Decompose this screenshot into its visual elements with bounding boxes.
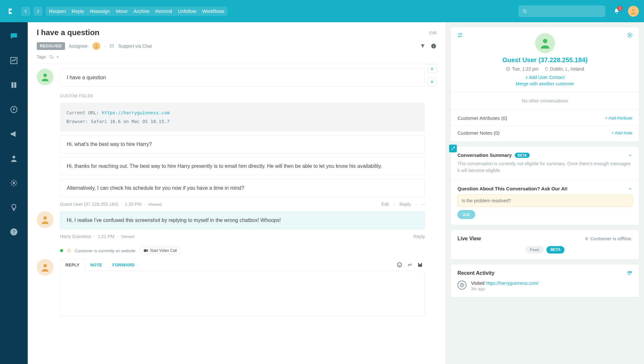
channel-icon [109, 44, 114, 48]
nav-settings[interactable] [8, 177, 19, 188]
peek-button[interactable]: Peek [525, 246, 544, 254]
recent-activity-title: Recent Activity [457, 270, 495, 276]
status-badge: RESOLVED [37, 42, 65, 50]
app-logo[interactable] [5, 5, 18, 18]
byline-reply[interactable]: Reply [413, 234, 425, 239]
assignee-label: Assignee: [69, 43, 89, 49]
nav-help[interactable]: ? [8, 226, 19, 237]
swap-icon[interactable] [457, 32, 463, 38]
refresh-activity[interactable] [627, 270, 632, 276]
add-note[interactable]: + Add Note [611, 130, 632, 135]
bulb-icon [10, 203, 18, 212]
search-input[interactable] [518, 5, 605, 17]
globe-icon [457, 281, 466, 290]
tag-icon [49, 55, 54, 59]
tab-reply[interactable]: REPLY [60, 259, 85, 271]
profile-settings[interactable] [627, 32, 633, 38]
add-tag[interactable]: + [56, 54, 59, 59]
no-other-conversations: No other conversations [457, 98, 632, 103]
megaphone-icon [10, 130, 18, 138]
summary-title: Conversation Summary [457, 152, 512, 158]
nav-back[interactable] [21, 7, 30, 16]
nav-people[interactable] [8, 153, 19, 164]
current-url-link[interactable]: https://harryguinness.com [102, 110, 170, 115]
action-move[interactable]: Move [116, 8, 128, 14]
svg-point-18 [397, 263, 402, 267]
analytics-icon [10, 56, 18, 65]
collapse-summary[interactable] [628, 153, 632, 158]
nav-explore[interactable] [8, 104, 19, 115]
scroll-top[interactable] [428, 64, 437, 73]
nav-analytics[interactable] [8, 55, 19, 66]
tab-forward[interactable]: FORWARD [107, 259, 140, 271]
action-reopen[interactable]: Reopen [49, 8, 66, 14]
action-remind[interactable]: Remind [155, 8, 172, 14]
customer-notes-label: Customer Notes (0) [457, 130, 500, 136]
nav-ideas[interactable] [8, 202, 19, 213]
ai-card: Conversation Summary BETA This conversat… [451, 147, 639, 225]
action-workflows[interactable]: Workflows [202, 8, 224, 14]
scroll-bottom[interactable] [428, 78, 437, 87]
activity-visited-url[interactable]: https://harryguinness.com/ [486, 281, 539, 286]
customer-profile-card: Guest User (37.228.255.184) Tue, 1:22 pm… [451, 27, 639, 141]
nav-kb[interactable] [8, 80, 19, 91]
save-icon[interactable] [417, 262, 423, 268]
svg-text:i: i [69, 250, 69, 252]
action-bar: Reopen Reply Reassign Move Archive Remin… [46, 6, 227, 16]
svg-rect-9 [110, 45, 114, 47]
info-icon[interactable]: i [431, 43, 437, 49]
byline-status: Viewed [148, 202, 161, 207]
emoji-icon[interactable] [397, 262, 402, 268]
reply-textarea[interactable] [60, 271, 425, 316]
gear-icon [10, 179, 18, 187]
ask-ai-input[interactable] [457, 195, 632, 207]
customer-avatar [37, 69, 53, 85]
ask-ai-button[interactable]: Ask [457, 210, 475, 219]
byline-time: 1:20 PM [125, 202, 141, 207]
byline-status: Viewed [121, 234, 134, 239]
tab-note[interactable]: NOTE [85, 259, 107, 271]
nav-conversations[interactable] [8, 31, 19, 42]
summary-desc: This conversation is currently not eligi… [457, 160, 632, 174]
svg-point-1 [632, 9, 634, 11]
collapse-ask[interactable] [628, 187, 632, 191]
ask-ai-title: Question About This Conversation? Ask Ou… [457, 186, 568, 191]
customer-attributes-label: Customer Attributes (0) [457, 115, 507, 121]
recent-activity-card: Recent Activity Visited https://harrygui… [451, 264, 639, 297]
svg-point-13 [43, 216, 47, 220]
edit-title[interactable]: Edit [429, 30, 437, 35]
add-user-contact[interactable]: + Add User Contact [457, 75, 632, 80]
custom-fields-label: CUSTOM FIELDS [60, 94, 425, 98]
byline-more[interactable]: ··· [421, 202, 425, 207]
assignee-avatar[interactable] [92, 42, 100, 50]
offline-text: Customer is offline. [590, 236, 632, 241]
action-unfollow[interactable]: Unfollow [178, 8, 197, 14]
byline-author: Harry Guinness [60, 234, 91, 239]
offline-indicator [585, 237, 588, 240]
current-user-avatar[interactable] [628, 6, 639, 17]
action-reply[interactable]: Reply [72, 8, 84, 14]
byline-reply[interactable]: Reply [399, 202, 411, 207]
start-video-call-button[interactable]: Start Video Call [139, 247, 181, 254]
notifications-button[interactable]: 1 [613, 8, 620, 15]
merge-customer[interactable]: Merge with another customer [457, 81, 632, 86]
activity-visited-label: Visited [471, 281, 485, 286]
tags-label: Tags: [37, 54, 47, 59]
info-icon: i [67, 249, 71, 253]
book-icon [10, 81, 18, 89]
byline-edit[interactable]: Edit [381, 202, 389, 207]
action-reassign[interactable]: Reassign [90, 8, 110, 14]
profile-name[interactable]: Guest User (37.228.255.184) [457, 56, 632, 64]
filter-icon[interactable] [420, 43, 426, 49]
svg-rect-22 [419, 263, 421, 264]
link-icon[interactable] [407, 262, 413, 268]
custom-fields-box: Current URL: https://harryguinness.com B… [60, 103, 425, 131]
svg-point-5 [13, 182, 15, 184]
composer-avatar [37, 259, 53, 276]
channel-label: Support via Chat [118, 43, 152, 49]
add-attribute[interactable]: + Add Attribute [605, 116, 632, 120]
nav-forward[interactable] [34, 7, 43, 16]
message-bubble: Hi, I realise I've confused this screens… [60, 211, 425, 229]
action-archive[interactable]: Archive [133, 8, 149, 14]
nav-announce[interactable] [8, 129, 19, 139]
